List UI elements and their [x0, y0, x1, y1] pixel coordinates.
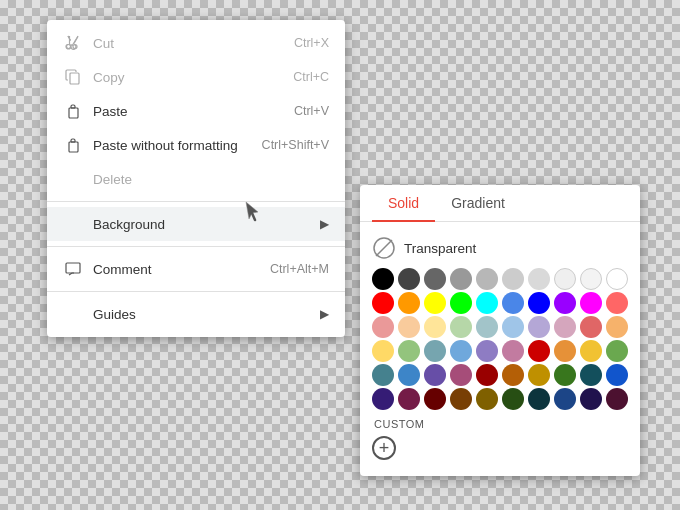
svg-rect-5 — [69, 108, 78, 118]
guides-icon-placeholder — [63, 304, 83, 324]
color-swatch[interactable] — [450, 388, 472, 410]
add-custom-color-button[interactable]: + — [372, 436, 396, 460]
delete-icon-placeholder — [63, 169, 83, 189]
menu-item-background[interactable]: Background ▶ — [47, 207, 345, 241]
color-swatch[interactable] — [398, 316, 420, 338]
color-swatch[interactable] — [424, 316, 446, 338]
color-swatch[interactable] — [554, 340, 576, 362]
color-swatch[interactable] — [424, 268, 446, 290]
menu-item-paste[interactable]: Paste Ctrl+V — [47, 94, 345, 128]
transparent-option[interactable]: Transparent — [372, 232, 628, 268]
guides-label: Guides — [93, 307, 312, 322]
background-arrow-icon: ▶ — [320, 217, 329, 231]
comment-icon — [63, 259, 83, 279]
color-swatch[interactable] — [606, 340, 628, 362]
transparent-icon — [372, 236, 396, 260]
color-swatch[interactable] — [372, 316, 394, 338]
color-swatch[interactable] — [424, 388, 446, 410]
color-swatch[interactable] — [450, 268, 472, 290]
color-swatch[interactable] — [580, 364, 602, 386]
color-swatch[interactable] — [424, 340, 446, 362]
color-swatch[interactable] — [502, 316, 524, 338]
color-swatch[interactable] — [398, 292, 420, 314]
color-swatch[interactable] — [528, 292, 550, 314]
color-swatch[interactable] — [502, 292, 524, 314]
color-swatch[interactable] — [528, 268, 550, 290]
color-swatch[interactable] — [528, 316, 550, 338]
menu-item-copy[interactable]: Copy Ctrl+C — [47, 60, 345, 94]
color-swatch[interactable] — [580, 388, 602, 410]
tab-solid[interactable]: Solid — [372, 185, 435, 221]
color-swatch[interactable] — [554, 316, 576, 338]
paste-no-format-shortcut: Ctrl+Shift+V — [262, 138, 329, 152]
divider-3 — [47, 291, 345, 292]
color-swatch[interactable] — [424, 364, 446, 386]
color-swatch[interactable] — [450, 316, 472, 338]
color-swatch[interactable] — [476, 340, 498, 362]
color-grid — [372, 268, 628, 410]
color-swatch[interactable] — [502, 340, 524, 362]
color-swatch[interactable] — [476, 292, 498, 314]
cut-label: Cut — [93, 36, 294, 51]
divider-1 — [47, 201, 345, 202]
color-swatch[interactable] — [554, 268, 576, 290]
copy-icon — [63, 67, 83, 87]
context-menu: Cut Ctrl+X Copy Ctrl+C Paste Ctrl+V — [47, 20, 345, 337]
background-label: Background — [93, 217, 312, 232]
color-swatch[interactable] — [554, 292, 576, 314]
menu-item-guides[interactable]: Guides ▶ — [47, 297, 345, 331]
cut-shortcut: Ctrl+X — [294, 36, 329, 50]
color-swatch[interactable] — [554, 388, 576, 410]
delete-label: Delete — [93, 172, 329, 187]
menu-item-cut[interactable]: Cut Ctrl+X — [47, 26, 345, 60]
svg-line-11 — [376, 240, 392, 256]
copy-label: Copy — [93, 70, 293, 85]
color-swatch[interactable] — [606, 316, 628, 338]
menu-item-paste-no-format[interactable]: Paste without formatting Ctrl+Shift+V — [47, 128, 345, 162]
color-swatch[interactable] — [398, 340, 420, 362]
svg-rect-9 — [66, 263, 80, 273]
color-swatch[interactable] — [580, 340, 602, 362]
color-swatch[interactable] — [476, 388, 498, 410]
color-swatch[interactable] — [580, 268, 602, 290]
color-swatch[interactable] — [450, 340, 472, 362]
color-swatch[interactable] — [372, 268, 394, 290]
paste-icon — [63, 101, 83, 121]
color-swatch[interactable] — [476, 268, 498, 290]
comment-shortcut: Ctrl+Alt+M — [270, 262, 329, 276]
tab-gradient[interactable]: Gradient — [435, 185, 521, 221]
color-swatch[interactable] — [372, 340, 394, 362]
color-swatch[interactable] — [476, 316, 498, 338]
color-swatch[interactable] — [502, 268, 524, 290]
color-swatch[interactable] — [398, 364, 420, 386]
color-swatch[interactable] — [398, 388, 420, 410]
menu-item-comment[interactable]: Comment Ctrl+Alt+M — [47, 252, 345, 286]
color-swatch[interactable] — [528, 364, 550, 386]
color-swatch[interactable] — [502, 364, 524, 386]
color-swatch[interactable] — [450, 292, 472, 314]
color-swatch[interactable] — [606, 268, 628, 290]
paste-label: Paste — [93, 104, 294, 119]
color-swatch[interactable] — [606, 388, 628, 410]
paste-shortcut: Ctrl+V — [294, 104, 329, 118]
color-swatch[interactable] — [606, 364, 628, 386]
menu-item-delete[interactable]: Delete — [47, 162, 345, 196]
color-swatch[interactable] — [580, 316, 602, 338]
color-swatch[interactable] — [528, 340, 550, 362]
color-swatch[interactable] — [580, 292, 602, 314]
color-panel-body: Transparent CUSTOM + — [360, 222, 640, 464]
color-swatch[interactable] — [372, 364, 394, 386]
color-swatch[interactable] — [476, 364, 498, 386]
color-swatch[interactable] — [424, 292, 446, 314]
svg-rect-4 — [70, 73, 79, 84]
color-swatch[interactable] — [554, 364, 576, 386]
color-swatch[interactable] — [372, 292, 394, 314]
divider-2 — [47, 246, 345, 247]
color-swatch[interactable] — [502, 388, 524, 410]
paste-no-format-label: Paste without formatting — [93, 138, 262, 153]
color-swatch[interactable] — [398, 268, 420, 290]
color-swatch[interactable] — [450, 364, 472, 386]
color-swatch[interactable] — [528, 388, 550, 410]
color-swatch[interactable] — [606, 292, 628, 314]
color-swatch[interactable] — [372, 388, 394, 410]
